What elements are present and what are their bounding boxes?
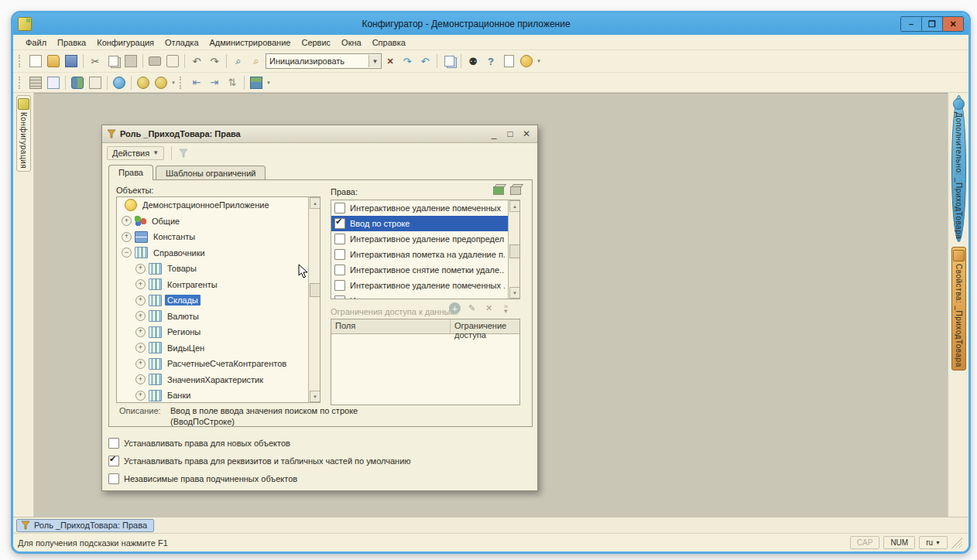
window-titlebar[interactable]: Конфигуратор - Демонстрационное приложен… [13, 13, 968, 35]
go-back-definition-icon[interactable]: ↶ [417, 53, 434, 70]
menu-item[interactable]: Сервис [297, 37, 335, 48]
edit-object-icon[interactable] [45, 74, 62, 90]
configuration-panel-tab[interactable]: Конфигурация [16, 95, 31, 172]
start-debug-icon[interactable] [111, 74, 128, 90]
dock-panel-tab[interactable]: Свойства: _ПриходТовара [951, 247, 966, 370]
open-icon[interactable] [45, 53, 62, 70]
tree-item[interactable]: Регионы [117, 324, 308, 340]
edit-restriction-icon[interactable]: ✎ [466, 302, 478, 314]
clear-rights-cube-icon[interactable] [510, 184, 523, 195]
right-checkbox[interactable] [334, 265, 345, 275]
right-item[interactable]: Изменение истории данных [331, 293, 508, 299]
tree-item[interactable]: Товары [117, 261, 308, 277]
dialog-maximize-icon[interactable]: □ [504, 128, 516, 139]
menu-item[interactable]: Правка [53, 37, 91, 48]
tree-expander-icon[interactable] [135, 359, 146, 369]
language-indicator[interactable]: ru ▼ [919, 536, 948, 549]
toolbar-overflow-icon[interactable]: ▾ [266, 80, 272, 86]
right-item[interactable]: Интерактивное снятие пометки удале... [331, 262, 508, 278]
clear-combobox-icon[interactable]: ✕ [382, 53, 398, 70]
save-icon[interactable] [63, 53, 80, 70]
column-access-restriction[interactable]: Ограничение доступа [451, 319, 519, 333]
maximize-button[interactable]: ❐ [921, 17, 942, 31]
print-icon[interactable] [146, 53, 163, 70]
toolbar-grip[interactable] [19, 77, 24, 89]
procedure-combobox[interactable]: Инициализировать ▼ [266, 53, 382, 69]
hierarchy-up-icon[interactable]: ⇤ [188, 74, 205, 90]
template-doc-icon[interactable] [500, 53, 517, 70]
sort-tree-icon[interactable]: ⇅ [224, 74, 241, 90]
menu-item[interactable]: Конфигурация [92, 37, 159, 48]
tree-expander-icon[interactable] [135, 311, 146, 321]
compare-config-icon[interactable] [87, 74, 104, 90]
option-row[interactable]: Независимые права подчиненных объектов [108, 473, 297, 484]
tree-item[interactable]: Банки [117, 388, 308, 403]
database-config-icon[interactable] [69, 74, 86, 90]
syntax-check-icon[interactable]: ⚉ [465, 53, 482, 70]
go-to-definition-icon[interactable]: ↷ [399, 53, 416, 70]
tree-item[interactable]: ВидыЦен [117, 340, 308, 357]
info-icon[interactable] [518, 53, 535, 70]
toolbar-grip[interactable] [180, 77, 185, 89]
right-item[interactable]: Интерактивное удаление помеченных [331, 200, 508, 216]
menu-item[interactable]: Файл [21, 37, 51, 48]
right-item[interactable]: Интерактивная пометка на удаление п... [331, 247, 508, 262]
tree-expander-icon[interactable] [135, 327, 146, 337]
right-checkbox[interactable] [334, 249, 345, 260]
window-tab-role-rights[interactable]: Роль _ПриходТовара: Права [16, 519, 154, 532]
menu-item[interactable]: Администрирование [205, 37, 296, 48]
update-db-config-icon[interactable] [135, 74, 152, 90]
cut-icon[interactable]: ✂ [87, 53, 104, 70]
tree-expander-icon[interactable] [122, 216, 132, 226]
menu-item[interactable]: Отладка [160, 37, 203, 48]
right-checkbox[interactable] [334, 280, 345, 291]
dialog-minimize-icon[interactable]: _ [488, 128, 500, 139]
new-document-icon[interactable] [27, 53, 44, 70]
find-replace-icon[interactable]: ⌕ [248, 53, 265, 70]
column-fields[interactable]: Поля [331, 319, 451, 333]
restrictions-table[interactable]: Поля Ограничение доступа [331, 319, 520, 405]
tree-scrollbar[interactable]: ▲ ▼ [308, 197, 320, 402]
objects-tree[interactable]: ДемонстрационноеПриложение Общие [116, 196, 321, 403]
right-checkbox[interactable] [334, 234, 345, 244]
tree-item[interactable]: Контрагенты [117, 277, 308, 293]
dock-panel-tab[interactable]: Дополнительно: _ПриходТовара [951, 95, 966, 242]
right-item[interactable]: Интерактивное удаление предопредел... [331, 231, 508, 247]
right-item[interactable]: Интерактивное удаление помеченных ... [331, 278, 508, 293]
tree-item[interactable]: ДемонстрационноеПриложение [117, 197, 308, 213]
option-checkbox[interactable] [108, 438, 119, 449]
tree-expander-icon[interactable] [135, 391, 146, 401]
scroll-down-icon[interactable]: ▼ [509, 287, 520, 299]
add-restriction-icon[interactable]: + [449, 302, 461, 314]
undo-icon[interactable]: ↶ [188, 53, 205, 70]
tree-item[interactable]: Справочники [117, 245, 308, 261]
tree-expander-icon[interactable] [135, 295, 146, 306]
tree-expander-icon[interactable] [122, 248, 132, 258]
tree-expander-icon[interactable] [135, 279, 146, 289]
option-checkbox[interactable] [108, 473, 119, 484]
refresh-config-icon[interactable] [153, 74, 170, 90]
tree-item[interactable]: Общие [117, 213, 308, 230]
dialog-close-icon[interactable]: ✕ [520, 128, 533, 139]
tree-expander-icon[interactable] [122, 232, 132, 242]
scroll-down-icon[interactable]: ▼ [310, 391, 321, 402]
load-config-icon[interactable] [248, 74, 265, 90]
option-row[interactable]: Устанавливать права для реквизитов и таб… [108, 456, 411, 466]
dialog-tab[interactable]: Шаблоны ограничений [156, 166, 266, 179]
print-preview-icon[interactable] [164, 53, 181, 70]
close-button[interactable]: ✕ [942, 17, 963, 31]
resize-grip[interactable] [951, 538, 962, 548]
dialog-tab[interactable]: Права [108, 165, 153, 180]
right-checkbox[interactable] [334, 203, 345, 213]
copy-window-icon[interactable] [441, 53, 458, 70]
rights-list[interactable]: Интерактивное удаление помеченных Ввод п… [331, 200, 520, 299]
option-row[interactable]: Устанавливать права для новых объектов [108, 438, 290, 449]
tree-item[interactable]: РасчетныеСчетаКонтрагентов [117, 356, 308, 372]
toolbar-overflow-icon[interactable]: ▾ [536, 58, 542, 64]
syntax-help-icon[interactable]: ? [482, 53, 499, 70]
configuration-window-icon[interactable] [27, 74, 44, 90]
hierarchy-down-icon[interactable]: ⇥ [206, 74, 223, 90]
tree-item[interactable]: Склады [117, 292, 308, 309]
delete-restriction-icon[interactable]: ✕ [483, 302, 495, 314]
scroll-up-icon[interactable]: ▲ [509, 200, 520, 212]
